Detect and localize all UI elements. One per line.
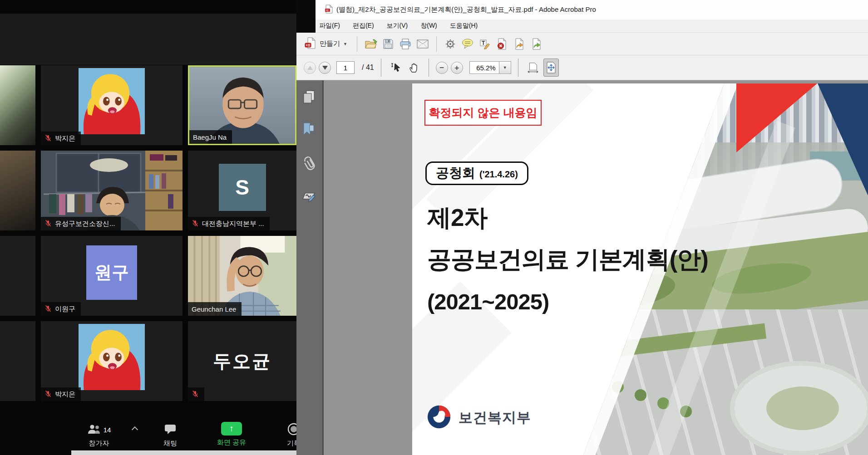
- select-tool-button[interactable]: [388, 59, 404, 77]
- comment-button[interactable]: [460, 35, 475, 53]
- participant-tile[interactable]: Geunchan Lee: [188, 236, 296, 316]
- preferences-button[interactable]: [443, 35, 458, 53]
- bookmarks-button[interactable]: [302, 122, 316, 138]
- participant-name-tag: 대전충남지역본부 ...: [188, 217, 270, 230]
- record-icon: [287, 423, 296, 437]
- zoom-level-value[interactable]: 65.2%: [469, 61, 499, 74]
- ministry-emblem-icon: [426, 404, 452, 432]
- open-file-button[interactable]: [363, 35, 379, 53]
- chat-icon: [164, 424, 176, 436]
- create-pdf-button[interactable]: 만들기 ▼: [301, 36, 351, 52]
- participants-button[interactable]: 14 참가자: [76, 422, 122, 448]
- page-number-input[interactable]: [336, 61, 355, 74]
- slide-title-line2: 공공보건의료 기본계획(안): [427, 247, 708, 272]
- share-screen-label: 화면 공유: [210, 438, 253, 447]
- fit-page-icon: [545, 62, 557, 73]
- participant-name: 박지은: [55, 390, 75, 399]
- page-thumbnails-button[interactable]: [302, 89, 316, 107]
- participant-tile[interactable]: 두오균: [188, 321, 296, 401]
- public-hearing-box: 공청회 ('21.4.26): [425, 161, 528, 185]
- page-count-label: / 41: [362, 64, 374, 72]
- participant-name: 유성구보건소장신...: [55, 220, 115, 228]
- hand-tool-button[interactable]: [406, 59, 422, 77]
- menu-help[interactable]: 도움말(H): [450, 22, 478, 30]
- chevron-down-icon: ▼: [343, 42, 347, 46]
- participant-name: 박지은: [55, 134, 75, 143]
- toolbar-separator: [518, 59, 518, 77]
- arrow-up-icon: [307, 66, 313, 70]
- participant-tile-partial[interactable]: [0, 65, 35, 145]
- printer-icon: [399, 39, 411, 49]
- participant-tile[interactable]: 원구 이원구: [41, 236, 182, 316]
- document-convert-icon: [531, 38, 542, 50]
- menu-edit[interactable]: 편집(E): [353, 22, 374, 30]
- window-title: (별첨)_제2차_공공보건의료_기본계획(안)_공청회_발표_자료.pdf - …: [336, 5, 596, 14]
- acrobat-title-bar[interactable]: (별첨)_제2차_공공보건의료_기본계획(안)_공청회_발표_자료.pdf - …: [296, 0, 868, 20]
- document-export-icon: [514, 38, 525, 50]
- hearing-date: ('21.4.26): [479, 167, 518, 180]
- pdf-page[interactable]: 확정되지 않은 내용임 공청회 ('21.4.26) 제2차 공공보건의료 기본…: [412, 83, 868, 455]
- muted-mic-icon: [44, 390, 52, 399]
- participant-tile-partial[interactable]: [0, 321, 35, 401]
- participant-tile[interactable]: S 대전충남지역본부 ...: [188, 151, 296, 230]
- print-button[interactable]: [398, 35, 413, 53]
- chat-label: 채팅: [157, 439, 184, 448]
- zoom-level-dropdown[interactable]: ▼: [499, 61, 511, 74]
- participant-tile-partial[interactable]: [0, 236, 35, 316]
- previous-page-button[interactable]: [304, 62, 316, 74]
- zoom-in-button[interactable]: +: [451, 62, 463, 74]
- open-folder-icon: [365, 39, 377, 49]
- fit-page-button[interactable]: [543, 59, 559, 77]
- pages-icon: [302, 89, 316, 105]
- menu-file[interactable]: 파일(F): [319, 22, 340, 30]
- participant-name: Geunchan Lee: [192, 305, 236, 313]
- export-pdf-button[interactable]: [512, 35, 527, 53]
- highlight-text-button[interactable]: T: [477, 35, 493, 53]
- record-button[interactable]: 기록: [278, 422, 296, 448]
- draft-notice-text: 확정되지 않은 내용임: [429, 105, 538, 120]
- zoom-empty-area: [0, 14, 296, 65]
- acrobat-document-area: 확정되지 않은 내용임 공청회 ('21.4.26) 제2차 공공보건의료 기본…: [296, 80, 868, 455]
- participants-count: 14: [104, 426, 111, 434]
- zoom-meeting-window: 박지은 BaegJu Na: [0, 0, 296, 455]
- windows-taskbar-edge: [71, 450, 296, 455]
- participant-tile[interactable]: 유성구보건소장신...: [41, 151, 182, 230]
- email-button[interactable]: [415, 35, 430, 53]
- convert-pdf-button[interactable]: [529, 35, 544, 53]
- participant-name-tag: Geunchan Lee: [188, 302, 242, 316]
- avatar-letter-s: S: [219, 164, 266, 211]
- muted-mic-icon: [44, 134, 52, 143]
- participant-tile-active-speaker[interactable]: BaegJu Na: [188, 65, 296, 145]
- muted-mic-icon: [44, 220, 52, 228]
- attachments-button[interactable]: [302, 156, 316, 173]
- menu-window[interactable]: 창(W): [420, 22, 437, 30]
- comment-bubble-icon: [462, 39, 473, 49]
- participants-expand-caret[interactable]: [133, 426, 137, 434]
- signatures-button[interactable]: [302, 189, 316, 204]
- chevron-up-icon: [132, 426, 138, 433]
- slide-title-line1: 제2차: [427, 205, 487, 230]
- menu-view[interactable]: 보기(V): [387, 22, 408, 30]
- hearing-label: 공청회: [436, 164, 475, 182]
- zoom-level-control[interactable]: 65.2% ▼: [469, 61, 511, 74]
- participant-tile-partial[interactable]: [0, 151, 35, 230]
- create-pdf-icon: [305, 37, 316, 50]
- navigation-pane: [296, 80, 324, 455]
- fit-width-button[interactable]: [525, 59, 541, 77]
- delete-pages-button[interactable]: [494, 35, 510, 53]
- share-screen-icon: ↑: [221, 422, 242, 435]
- participant-tile[interactable]: 박지은: [41, 321, 182, 401]
- participant-tile[interactable]: 박지은: [41, 65, 182, 145]
- draft-notice-box: 확정되지 않은 내용임: [424, 100, 542, 126]
- acrobat-main-toolbar: 만들기 ▼: [296, 33, 868, 55]
- avatar-anime-girl: [79, 324, 145, 392]
- next-page-button[interactable]: [319, 62, 331, 74]
- chat-button[interactable]: 채팅: [157, 422, 184, 448]
- share-screen-button[interactable]: ↑ 화면 공유: [210, 421, 253, 447]
- desktop-screen: 박지은 BaegJu Na: [0, 0, 868, 455]
- save-button[interactable]: [380, 35, 396, 53]
- signature-icon: [302, 189, 316, 202]
- zoom-out-button[interactable]: −: [436, 62, 448, 74]
- select-cursor-icon: [390, 62, 401, 73]
- plus-icon: +: [454, 64, 459, 72]
